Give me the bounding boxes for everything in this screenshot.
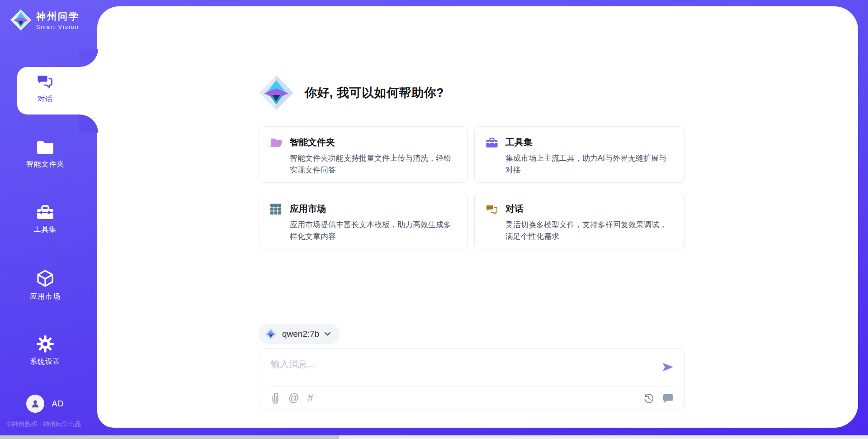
sidebar-item-label: 智能文件夹 (26, 160, 65, 169)
copyright-text: ©神州数码 · 神州问学出品 (7, 420, 81, 429)
chat-icon (486, 203, 498, 239)
message-input[interactable] (259, 348, 684, 386)
chat-icon (36, 72, 54, 91)
brand-subtitle: Smart Vision (36, 24, 80, 30)
sidebar-item-settings[interactable]: 系统设置 (0, 335, 90, 367)
model-diamond-icon (264, 328, 277, 340)
mention-icon[interactable]: @ (288, 393, 299, 403)
user-account[interactable]: AD (0, 395, 90, 413)
sidebar-item-chat[interactable]: 对话 (0, 72, 90, 104)
brand-diamond-icon (10, 9, 32, 31)
gear-icon (36, 335, 54, 353)
greeting-text: 你好, 我可以如何帮助你? (305, 85, 444, 101)
card-smart-folder[interactable]: 智能文件夹 智能文件夹功能支持批量文件上传与清洗，轻松实现文件问答 (259, 126, 468, 183)
message-composer: @ # (259, 348, 685, 410)
comment-icon[interactable] (663, 393, 674, 403)
horizontal-scrollbar[interactable] (0, 435, 868, 439)
feature-cards: 智能文件夹 智能文件夹功能支持批量文件上传与清洗，轻松实现文件问答 工具集 (259, 126, 685, 249)
card-description: 应用市场提供丰富长文本模板，助力高效生成多样化文章内容 (290, 219, 457, 242)
main-panel: 你好, 我可以如何帮助你? 智能文件夹 智能文件夹功能支持批量文件上传与清洗，轻… (97, 6, 858, 428)
card-chat[interactable]: 对话 灵活切换多模型文件，支持多样回复效果调试，满足个性化需求 (474, 193, 685, 249)
scrollbar-thumb[interactable] (0, 435, 339, 439)
card-title: 智能文件夹 (290, 136, 457, 148)
sidebar-item-label: 对话 (38, 95, 53, 104)
history-icon[interactable] (643, 393, 654, 404)
brand-name: 神州问学 (36, 10, 80, 23)
sidebar-item-label: 系统设置 (30, 357, 61, 367)
card-description: 灵活切换多模型文件，支持多样回复效果调试，满足个性化需求 (505, 219, 674, 242)
card-description: 集成市场上主流工具，助力AI与外界无缝扩展与对接 (505, 153, 674, 176)
sidebar-item-label: 工具集 (34, 225, 57, 234)
card-title: 应用市场 (290, 203, 457, 215)
greeting-block: 你好, 我可以如何帮助你? (259, 75, 444, 110)
model-selector[interactable]: qwen2:7b (259, 324, 340, 344)
sidebar-item-label: 应用市场 (30, 292, 61, 301)
card-app-market[interactable]: 应用市场 应用市场提供丰富长文本模板，助力高效生成多样化文章内容 (259, 193, 468, 249)
sidebar-item-folders[interactable]: 智能文件夹 (0, 139, 90, 169)
card-toolset[interactable]: 工具集 集成市场上主流工具，助力AI与外界无缝扩展与对接 (474, 126, 685, 183)
sidebar-item-tools[interactable]: 工具集 (0, 204, 90, 234)
briefcase-icon (486, 136, 498, 173)
tab-fillet-bottom (79, 115, 98, 133)
avatar (26, 395, 44, 413)
briefcase-icon (36, 204, 55, 221)
paperclip-icon[interactable] (271, 392, 280, 404)
folder-icon (36, 139, 55, 156)
card-description: 智能文件夹功能支持批量文件上传与清洗，轻松实现文件问答 (290, 153, 457, 176)
folder-open-icon (270, 136, 283, 173)
tab-fillet-top (79, 49, 98, 67)
user-initials: AD (52, 399, 64, 409)
sidebar: 神州问学 Smart Vision 对话 智能文件夹 (0, 0, 97, 439)
brand-logo: 神州问学 Smart Vision (10, 9, 80, 31)
model-name: qwen2:7b (282, 329, 319, 339)
card-title: 对话 (505, 203, 674, 215)
cube-icon (36, 269, 55, 288)
sidebar-item-market[interactable]: 应用市场 (0, 269, 90, 301)
hash-icon[interactable]: # (307, 393, 313, 403)
send-icon[interactable] (661, 360, 675, 374)
grid-cube-icon (270, 203, 283, 239)
assistant-diamond-icon (259, 75, 294, 110)
chevron-down-icon (324, 332, 331, 336)
card-title: 工具集 (505, 136, 674, 148)
